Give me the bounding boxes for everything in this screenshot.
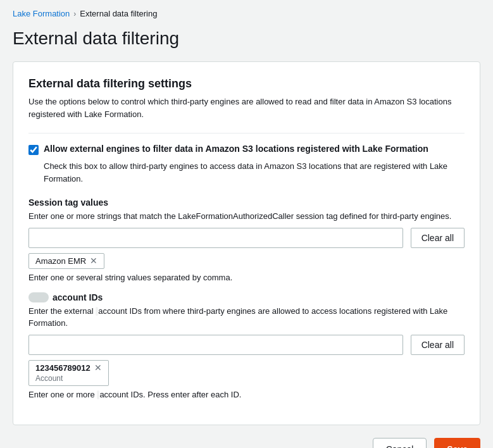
divider-1 — [28, 133, 465, 134]
session-tags-clear-all-button[interactable]: Clear all — [411, 228, 465, 248]
account-ids-hint: Enter one or more account IDs. Press ent… — [28, 390, 465, 399]
account-ids-hint-highlight — [97, 390, 99, 399]
allow-engines-description: Check this box to allow third-party engi… — [44, 160, 465, 185]
session-tags-container: Amazon EMR ✕ — [28, 253, 465, 269]
session-tags-input[interactable] — [28, 228, 403, 248]
account-ids-description-highlight — [96, 307, 98, 316]
page-title: External data filtering — [0, 23, 493, 61]
session-tags-hint: Enter one or several string values separ… — [28, 273, 465, 282]
card-section-title: External data filtering settings — [28, 77, 465, 90]
cancel-button[interactable]: Cancel — [373, 438, 427, 449]
main-card: External data filtering settings Use the… — [13, 61, 480, 425]
account-tag-1-id: 123456789012 — [35, 363, 90, 373]
session-tags-input-row: Clear all — [28, 228, 465, 248]
save-button[interactable]: Save — [434, 438, 480, 449]
account-ids-toggle[interactable] — [28, 292, 49, 302]
session-tags-description: Enter one or more strings that match the… — [28, 210, 465, 223]
account-ids-description: Enter the external account IDs from wher… — [28, 305, 465, 330]
account-ids-input-row: Clear all — [28, 335, 465, 355]
allow-engines-label[interactable]: Allow external engines to filter data in… — [44, 144, 428, 154]
tag-amazon-emr: Amazon EMR ✕ — [28, 253, 104, 269]
breadcrumb-lake-formation-link[interactable]: Lake Formation — [13, 9, 70, 18]
breadcrumb: Lake Formation › External data filtering — [0, 0, 493, 23]
footer: Cancel Save — [0, 425, 493, 449]
breadcrumb-current: External data filtering — [80, 9, 157, 18]
account-ids-container: 123456789012 ✕ Account — [28, 360, 465, 386]
account-ids-clear-all-button[interactable]: Clear all — [411, 335, 465, 355]
allow-engines-checkbox[interactable] — [28, 145, 39, 155]
account-tag-1: 123456789012 ✕ Account — [28, 360, 109, 386]
account-ids-label-row: account IDs — [28, 292, 465, 302]
account-tag-1-row: 123456789012 ✕ — [35, 363, 102, 373]
allow-engines-checkbox-row: Allow external engines to filter data in… — [28, 144, 465, 155]
account-ids-label: account IDs — [53, 292, 103, 302]
account-tag-1-remove-button[interactable]: ✕ — [94, 363, 102, 372]
account-tag-1-label: Account — [35, 374, 102, 383]
breadcrumb-separator: › — [73, 9, 76, 18]
account-ids-section: account IDs Enter the external account I… — [28, 292, 465, 399]
card-description: Use the options below to control which t… — [28, 96, 465, 120]
session-tags-section: Session tag values Enter one or more str… — [28, 197, 465, 282]
session-tags-label: Session tag values — [28, 197, 465, 208]
tag-amazon-emr-label: Amazon EMR — [35, 256, 86, 266]
account-ids-input[interactable] — [28, 335, 403, 355]
tag-amazon-emr-remove-button[interactable]: ✕ — [90, 256, 97, 265]
